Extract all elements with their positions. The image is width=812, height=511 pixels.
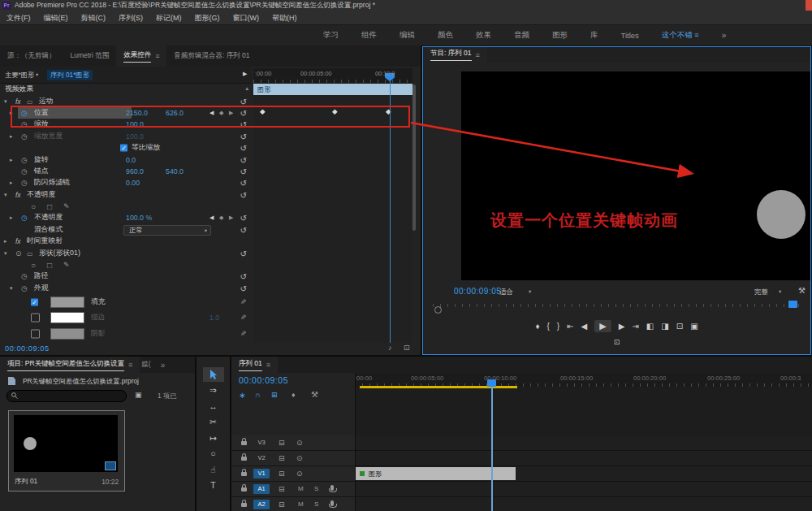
add-marker-button[interactable]: ♦: [535, 322, 539, 331]
fx-scrollbar[interactable]: [412, 84, 416, 231]
mute-track-button[interactable]: M: [298, 485, 304, 492]
fx-row-描边[interactable]: 描边1.0✎: [0, 310, 252, 327]
property-value-y[interactable]: 540.0: [166, 167, 184, 175]
menu-文件(F)[interactable]: 文件(F): [0, 13, 37, 24]
stopwatch-icon[interactable]: ◷: [21, 120, 28, 128]
stopwatch-icon[interactable]: ◷: [21, 272, 28, 280]
fx-row-防闪烁滤镜[interactable]: ▸◷防闪烁滤镜0.00↺: [0, 177, 252, 188]
chevron-icon[interactable]: ▸: [10, 157, 13, 163]
fx-row-masks[interactable]: ○□✎: [0, 259, 252, 271]
program-scrubber[interactable]: [433, 304, 804, 312]
stopwatch-icon[interactable]: ◷: [21, 156, 28, 164]
property-value-x[interactable]: 2150.0: [126, 109, 148, 117]
track-target-A1[interactable]: A1: [253, 484, 270, 494]
master-clip-label[interactable]: 主要*图形: [5, 71, 34, 80]
linked-selection-icon[interactable]: ⊞: [271, 391, 278, 399]
fx-badge-icon[interactable]: fx: [15, 237, 21, 245]
effect-playhead-line[interactable]: [390, 75, 391, 343]
stopwatch-icon[interactable]: ◷: [21, 132, 28, 141]
panel-menu-icon[interactable]: ≡: [693, 31, 699, 39]
track-lock-icon[interactable]: [241, 472, 247, 476]
panel-menu-icon[interactable]: ≡: [155, 52, 159, 60]
sync-lock-icon[interactable]: ⊟: [279, 500, 285, 509]
fx-row-运动[interactable]: ▾fx▭运动↺: [0, 95, 252, 106]
mask-ellipse-icon[interactable]: ○: [31, 202, 36, 211]
workspace-tab-学习[interactable]: 学习: [323, 30, 339, 41]
property-value-x[interactable]: 960.0: [126, 167, 144, 175]
menu-窗口(W)[interactable]: 窗口(W): [227, 13, 266, 24]
add-keyframe-icon[interactable]: ◆: [219, 110, 223, 116]
panel-menu-icon[interactable]: ≡: [266, 361, 270, 369]
mask-ellipse-icon[interactable]: ○: [31, 261, 36, 270]
reset-parameter-icon[interactable]: ↺: [240, 132, 247, 141]
reset-parameter-icon[interactable]: ↺: [240, 108, 247, 117]
menu-剪辑(C)[interactable]: 剪辑(C): [75, 13, 113, 24]
play-audio-icon[interactable]: ♪: [388, 344, 392, 352]
sync-lock-icon[interactable]: ⊟: [279, 439, 285, 447]
folder-icon[interactable]: ▣: [135, 391, 142, 399]
reset-parameter-icon[interactable]: ↺: [240, 179, 247, 188]
workspace-tab-颜色[interactable]: 颜色: [438, 30, 453, 41]
chevron-icon[interactable]: ▸: [10, 214, 13, 221]
go-to-out-button[interactable]: ⇥: [632, 322, 638, 331]
prev-keyframe-icon[interactable]: ◀: [209, 110, 214, 116]
workspace-tab-这个不错[interactable]: 这个不错 ≡: [662, 30, 699, 41]
track-visibility-eye-icon[interactable]: ⊙: [296, 439, 303, 447]
swatch-checkbox[interactable]: [31, 329, 40, 338]
project-tab[interactable]: 项目: PR关键帧空间差值怎么切换设置 ≡: [0, 357, 140, 373]
timeline-timecode[interactable]: 00:00:09:05: [239, 375, 288, 385]
prev-keyframe-icon[interactable]: ◀: [209, 214, 214, 221]
export-frame-icon[interactable]: ⊡: [614, 338, 620, 346]
keyframe-diamond[interactable]: ◆: [260, 107, 266, 115]
reset-parameter-icon[interactable]: ↺: [240, 225, 247, 234]
property-value-x[interactable]: 100.0: [126, 120, 144, 128]
media-browser-tab[interactable]: 媒(: [141, 360, 150, 370]
mask-rect-icon[interactable]: □: [47, 261, 52, 270]
property-label[interactable]: 路径: [34, 271, 49, 281]
fx-badge-icon[interactable]: fx: [15, 191, 21, 199]
timeline-playhead-line[interactable]: [491, 387, 493, 511]
search-input[interactable]: [6, 390, 127, 402]
timeline-settings-wrench-icon[interactable]: ⚒: [311, 390, 318, 399]
swatch-value[interactable]: 1.0: [209, 314, 219, 322]
fx-row-不透明度[interactable]: ▾fx不透明度↺: [0, 189, 252, 201]
property-label[interactable]: 位置: [34, 108, 49, 118]
stopwatch-icon[interactable]: ◷: [21, 284, 28, 292]
property-label[interactable]: 缩放宽度: [34, 132, 63, 141]
fx-row-外观[interactable]: ▾◷外观↺: [0, 283, 252, 294]
mask-pen-icon[interactable]: ✎: [63, 202, 70, 210]
tab-效果控件[interactable]: 效果控件≡: [116, 45, 166, 67]
chevron-down-icon[interactable]: ▾: [36, 71, 38, 78]
fx-row-旋转[interactable]: ▸◷旋转0.0↺: [0, 154, 252, 165]
track-visibility-eye-icon[interactable]: ⊙: [296, 470, 303, 478]
insert-nest-icon[interactable]: ∗: [239, 391, 245, 400]
workspace-overflow-icon[interactable]: »: [722, 31, 727, 40]
reset-parameter-icon[interactable]: ↺: [240, 284, 247, 292]
stopwatch-icon[interactable]: ◷: [21, 214, 28, 222]
fx-row-路径[interactable]: ◷路径↺: [0, 271, 252, 282]
mask-pen-icon[interactable]: ✎: [63, 261, 70, 269]
clip-toggle-icon[interactable]: ▭: [27, 249, 33, 257]
step-forward-button[interactable]: ▶: [619, 322, 625, 331]
selection-tool[interactable]: [203, 367, 224, 382]
tab-overflow-icon[interactable]: »: [161, 361, 166, 370]
settings-wrench-icon[interactable]: ⚒: [798, 286, 806, 295]
property-label[interactable]: 缩放: [34, 119, 49, 129]
color-swatch[interactable]: [50, 312, 84, 323]
type-tool[interactable]: T: [203, 478, 224, 492]
stopwatch-icon[interactable]: ◷: [21, 109, 28, 117]
solo-track-button[interactable]: S: [314, 500, 318, 508]
property-value-x[interactable]: 0.00: [126, 179, 140, 187]
chevron-icon[interactable]: ▾: [4, 250, 7, 257]
play-toggle-icon[interactable]: ▶: [243, 71, 247, 77]
voiceover-mic-icon[interactable]: [330, 500, 334, 506]
program-timecode[interactable]: 00:00:09:05: [454, 287, 501, 296]
workspace-tab-编辑[interactable]: 编辑: [400, 30, 415, 41]
fx-row-阴影[interactable]: 阴影✎: [0, 326, 252, 342]
extract-button[interactable]: ◨: [661, 322, 668, 331]
slip-tool[interactable]: ↦: [203, 431, 224, 445]
playback-resolution-select[interactable]: 完整: [754, 288, 768, 297]
reset-parameter-icon[interactable]: ↺: [240, 190, 247, 199]
ripple-edit-tool[interactable]: ↔: [203, 399, 224, 414]
chevron-icon[interactable]: ▸: [4, 238, 7, 245]
